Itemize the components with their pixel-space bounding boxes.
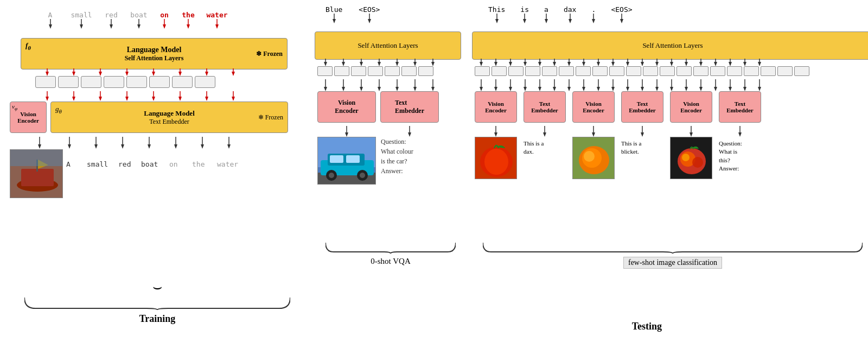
bw-water: water <box>217 160 250 168</box>
bw-small: small <box>87 160 118 168</box>
svg-marker-45 <box>232 97 235 101</box>
middle-word-label-blue: Blue <box>326 5 342 14</box>
word-boat: boat <box>125 11 153 29</box>
right-top-words: This is a dax . <box>488 5 633 23</box>
svg-point-114 <box>360 173 365 178</box>
text-emb-title: Language Model <box>144 109 195 118</box>
rw-is: is <box>520 5 529 23</box>
bw-boat: boat <box>141 160 169 168</box>
token-box-4 <box>104 76 124 88</box>
svg-marker-188 <box>626 87 629 91</box>
mid-tok-3 <box>351 66 366 76</box>
text-embedder-box: gθ Language Model Text Embedder ❄ Frozen <box>50 102 288 133</box>
svg-marker-164 <box>743 62 746 66</box>
testing-label: Testing <box>632 321 662 332</box>
svg-marker-19 <box>99 72 102 76</box>
svg-marker-172 <box>509 87 512 91</box>
svg-marker-134 <box>524 62 527 66</box>
rt-4 <box>525 66 540 76</box>
svg-marker-71 <box>368 19 371 23</box>
svg-marker-39 <box>152 97 155 101</box>
word-A: A <box>35 11 65 29</box>
right-arrows-down <box>475 79 766 91</box>
vision-encoder-label: VisionEncoder <box>17 111 39 124</box>
right-enc-row: VisionEncoder TextEmbedder VisionEncoder… <box>475 91 761 123</box>
r-te-label-1: TextEmbedder <box>531 100 558 113</box>
rw-dax: dax <box>564 5 576 23</box>
svg-marker-99 <box>431 87 435 91</box>
right-caption-text-1: This is adax. <box>524 140 544 155</box>
svg-marker-130 <box>494 62 497 66</box>
middle-sa-box: Self Attention Layers <box>315 31 461 60</box>
svg-marker-79 <box>378 62 381 66</box>
r-text-emb-1: TextEmbedder <box>524 91 566 123</box>
svg-marker-202 <box>729 87 732 91</box>
svg-marker-47 <box>38 144 41 149</box>
svg-marker-15 <box>46 72 49 76</box>
right-caption-text-3: Question:What isthis?Answer: <box>719 140 742 172</box>
svg-marker-31 <box>46 97 49 101</box>
r-text-emb-3: TextEmbedder <box>719 91 761 123</box>
svg-marker-216 <box>690 132 693 137</box>
svg-marker-13 <box>215 24 219 29</box>
svg-marker-25 <box>178 72 182 76</box>
bw-on: on <box>169 160 192 168</box>
svg-marker-156 <box>685 62 688 66</box>
svg-marker-51 <box>94 144 98 149</box>
word-small: small <box>65 11 98 29</box>
svg-rect-110 <box>346 155 360 163</box>
mid-vision-label: VisionEncoder <box>335 99 358 115</box>
left-panel: A small red boat on <box>5 5 309 337</box>
token-box-8 <box>195 76 215 88</box>
rt-3 <box>508 66 524 76</box>
rw-this: This <box>488 5 505 23</box>
svg-marker-200 <box>714 87 717 91</box>
svg-marker-87 <box>324 87 327 91</box>
svg-marker-101 <box>345 132 348 137</box>
r-text-emb-2: TextEmbedder <box>621 91 663 123</box>
svg-marker-35 <box>99 97 102 101</box>
svg-rect-67 <box>10 150 63 166</box>
mid-tok-6 <box>401 66 417 76</box>
svg-marker-198 <box>699 87 703 91</box>
mid-text-emb: TextEmbedder <box>380 91 439 123</box>
svg-marker-97 <box>413 87 417 91</box>
training-label: Training <box>5 313 309 325</box>
r-vision-enc-1: VisionEncoder <box>475 91 517 123</box>
middle-sa-label: Self Attention Layers <box>358 41 418 50</box>
svg-marker-158 <box>699 62 703 66</box>
svg-marker-204 <box>743 87 746 91</box>
rt-5 <box>542 66 557 76</box>
frozen-label-2: ❄ Frozen <box>258 113 283 122</box>
svg-marker-3 <box>80 24 83 29</box>
rt-11 <box>643 66 658 76</box>
word-label-small: small <box>71 11 92 19</box>
r-ve-label-1: VisionEncoder <box>485 100 507 113</box>
svg-marker-77 <box>360 62 363 66</box>
svg-marker-144 <box>597 62 600 66</box>
rt-13 <box>676 66 692 76</box>
svg-marker-17 <box>72 72 75 76</box>
middle-word-blue: Blue <box>326 5 342 23</box>
svg-marker-186 <box>611 87 615 91</box>
rt-9 <box>609 66 624 76</box>
svg-marker-1 <box>49 24 52 29</box>
svg-marker-174 <box>524 87 527 91</box>
rt-16 <box>727 66 742 76</box>
bw-red: red <box>118 160 141 168</box>
svg-marker-166 <box>758 62 761 66</box>
rt-18 <box>761 66 776 76</box>
car-image <box>317 137 376 185</box>
mid-text-label: TextEmbedder <box>395 99 424 115</box>
right-orange-image <box>572 137 615 179</box>
svg-marker-91 <box>360 87 363 91</box>
svg-marker-154 <box>670 62 673 66</box>
word-label-water: water <box>206 11 227 19</box>
svg-marker-190 <box>641 87 644 91</box>
few-shot-label-text: few-shot image classification <box>623 257 722 269</box>
svg-marker-126 <box>620 19 623 23</box>
mid-tok-2 <box>334 66 349 76</box>
svg-marker-120 <box>545 19 548 23</box>
svg-marker-150 <box>641 62 644 66</box>
svg-marker-37 <box>125 97 129 101</box>
